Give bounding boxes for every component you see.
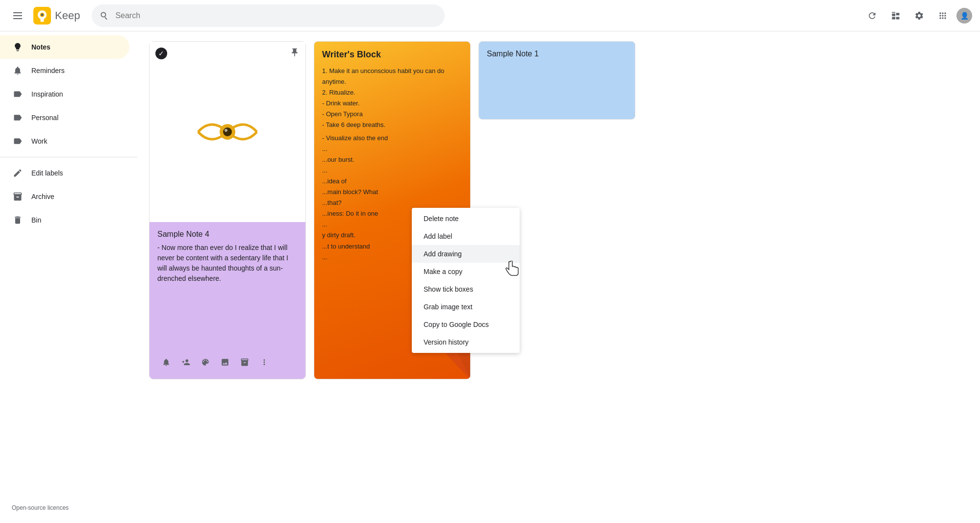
sidebar-item-notes[interactable]: Notes: [0, 35, 129, 59]
add-image-button[interactable]: [216, 353, 234, 371]
content-area: ✓: [137, 31, 980, 523]
hamburger-icon: [13, 12, 22, 19]
note-card-1[interactable]: ✓: [149, 41, 306, 379]
context-menu-add-label[interactable]: Add label: [412, 227, 520, 245]
keep-logo-icon: [33, 7, 51, 25]
context-menu-copy-to-docs[interactable]: Copy to Google Docs: [412, 316, 520, 333]
refresh-button[interactable]: [862, 6, 882, 25]
context-menu-version-history[interactable]: Version history: [412, 333, 520, 351]
app-logo: Keep: [33, 7, 80, 25]
work-icon: [12, 135, 24, 147]
context-menu-show-tick-boxes[interactable]: Show tick boxes: [412, 280, 520, 298]
note-image-area: ✓: [150, 42, 305, 222]
sidebar-work-label: Work: [31, 137, 47, 145]
sidebar-item-work[interactable]: Work: [0, 129, 129, 153]
context-menu-delete-note[interactable]: Delete note: [412, 210, 520, 227]
note-card-2-wrapper: Writer's Block 1. Make it an unconscious…: [314, 41, 471, 379]
refresh-icon: [867, 11, 877, 21]
menu-button[interactable]: [8, 6, 27, 25]
sidebar-bin-label: Bin: [31, 216, 41, 224]
svg-point-9: [225, 129, 227, 132]
context-menu: Delete note Add label Add drawing Make a…: [412, 208, 520, 353]
sidebar-divider: [0, 157, 137, 157]
google-apps-button[interactable]: [933, 6, 953, 25]
header-left: Keep: [8, 6, 80, 25]
notes-icon: [12, 41, 24, 53]
layout-icon: [891, 11, 901, 21]
pin-button[interactable]: [290, 48, 300, 59]
sidebar-item-inspiration[interactable]: Inspiration: [0, 82, 129, 106]
change-color-button[interactable]: [197, 353, 214, 371]
layout-toggle-button[interactable]: [886, 6, 905, 25]
sidebar-edit-labels-label: Edit labels: [31, 169, 63, 177]
notes-grid: ✓: [149, 41, 968, 379]
account-avatar[interactable]: 👤: [956, 8, 972, 24]
context-menu-make-copy[interactable]: Make a copy: [412, 263, 520, 280]
search-bar[interactable]: [92, 4, 445, 27]
remind-me-button[interactable]: [157, 353, 175, 371]
note-card-1-toolbar: [157, 348, 298, 371]
sidebar: Notes Reminders Inspiration Personal Wor…: [0, 31, 137, 523]
sidebar-item-edit-labels[interactable]: Edit labels: [0, 161, 129, 185]
archive-icon: [12, 191, 24, 202]
apps-icon: [938, 11, 948, 21]
svg-point-8: [223, 127, 232, 136]
inspiration-icon: [12, 88, 24, 100]
sidebar-item-archive[interactable]: Archive: [0, 185, 129, 208]
sidebar-notes-label: Notes: [31, 43, 50, 51]
sample-note-1-title: Sample Note 1: [487, 50, 627, 58]
note-card-sample-1[interactable]: Sample Note 1: [478, 41, 635, 120]
sidebar-personal-label: Personal: [31, 114, 58, 122]
note-card-1-body: - Now more than ever do I realize that I…: [157, 243, 298, 284]
svg-rect-1: [13, 15, 22, 16]
sidebar-archive-label: Archive: [31, 193, 54, 200]
sidebar-item-personal[interactable]: Personal: [0, 106, 129, 129]
add-collaborator-button[interactable]: [177, 353, 195, 371]
more-options-button[interactable]: [255, 353, 273, 371]
reminders-icon: [12, 65, 24, 76]
svg-rect-2: [13, 18, 22, 19]
context-menu-add-drawing[interactable]: Add drawing: [412, 245, 520, 263]
note-card-1-content: Sample Note 4 - Now more than ever do I …: [150, 222, 305, 379]
settings-button[interactable]: [909, 6, 929, 25]
context-menu-grab-image-text[interactable]: Grab image text: [412, 298, 520, 316]
edit-labels-icon: [12, 167, 24, 179]
note-select-checkbox[interactable]: ✓: [155, 48, 167, 59]
svg-rect-4: [40, 21, 44, 22]
note-card-1-title: Sample Note 4: [157, 230, 298, 239]
header-right: 👤: [862, 6, 972, 25]
eye-drawing: [196, 115, 259, 149]
search-input[interactable]: [115, 11, 437, 20]
sidebar-inspiration-label: Inspiration: [31, 90, 63, 98]
personal-icon: [12, 112, 24, 124]
svg-point-6: [41, 13, 43, 16]
sidebar-item-bin[interactable]: Bin: [0, 208, 129, 232]
settings-icon: [914, 11, 924, 21]
bin-icon: [12, 214, 24, 226]
sidebar-footer-link[interactable]: Open-source licences: [0, 497, 137, 519]
sidebar-reminders-label: Reminders: [31, 67, 65, 75]
header: Keep 👤: [0, 0, 980, 31]
search-icon: [100, 11, 109, 21]
main-container: Notes Reminders Inspiration Personal Wor…: [0, 31, 980, 523]
app-name: Keep: [55, 9, 80, 22]
sidebar-item-reminders[interactable]: Reminders: [0, 59, 129, 82]
writers-block-title: Writer's Block: [322, 50, 462, 60]
archive-note-button[interactable]: [236, 353, 253, 371]
svg-rect-0: [13, 12, 22, 13]
